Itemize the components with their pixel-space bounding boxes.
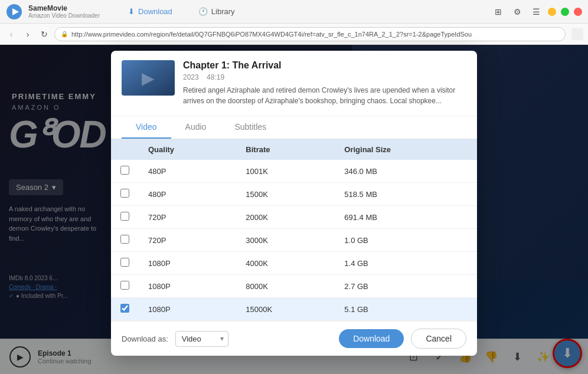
format-select-wrapper: Video Audio xyxy=(175,331,228,347)
download-nav-button[interactable]: ⬇ Download xyxy=(121,5,179,18)
table-row: 1080P 15000K 5.1 GB xyxy=(111,298,477,321)
bitrate-value: 8000K xyxy=(236,275,335,298)
tab-video[interactable]: Video xyxy=(122,116,171,139)
app-info: SameMovie Amazon Video Downloader xyxy=(28,4,100,19)
table-row: 720P 3000K 1.0 GB xyxy=(111,229,477,252)
row-checkbox-cell[interactable] xyxy=(111,252,139,275)
library-nav-label: Library xyxy=(211,7,235,16)
bitrate-value: 1001K xyxy=(236,160,335,183)
size-value: 346.0 MB xyxy=(335,160,477,183)
quality-checkbox[interactable] xyxy=(120,212,129,221)
bitrate-col-header: Bitrate xyxy=(236,139,335,160)
quality-table-container: Quality Bitrate Original Size 480P 1001K… xyxy=(111,139,477,321)
cancel-button[interactable]: Cancel xyxy=(411,329,466,349)
quality-value: 720P xyxy=(139,229,236,252)
bitrate-value: 2000K xyxy=(236,206,335,229)
episode-description: Retired angel Aziraphale and retired dem… xyxy=(183,85,466,106)
row-checkbox-cell[interactable] xyxy=(111,160,139,183)
quality-value: 1080P xyxy=(139,275,236,298)
library-nav-button[interactable]: 🕐 Library xyxy=(191,5,242,18)
modal-footer: Download as: Video Audio Download Cancel xyxy=(111,321,477,356)
episode-title: Chapter 1: The Arrival xyxy=(183,60,466,71)
row-checkbox-cell[interactable] xyxy=(111,298,139,321)
titlebar: SameMovie Amazon Video Downloader ⬇ Down… xyxy=(0,0,588,24)
thumbnail-image: ▶ xyxy=(122,60,175,96)
modal-overlay: ▶ Chapter 1: The Arrival 2023 48:19 Reti… xyxy=(0,45,588,374)
maximize-button[interactable] xyxy=(561,8,569,16)
address-bar: ‹ › ↻ 🔒 http://www.primevideo.com/region… xyxy=(0,24,588,45)
address-field[interactable]: 🔒 http://www.primevideo.com/region/fe/de… xyxy=(54,27,566,41)
quality-checkbox[interactable] xyxy=(120,166,129,175)
table-row: 480P 1500K 518.5 MB xyxy=(111,183,477,206)
table-row: 1080P 8000K 2.7 GB xyxy=(111,275,477,298)
bitrate-value: 15000K xyxy=(236,298,335,321)
clock-icon: 🕐 xyxy=(198,7,208,16)
quality-checkbox[interactable] xyxy=(120,189,129,198)
size-value: 518.5 MB xyxy=(335,183,477,206)
size-value: 2.7 GB xyxy=(335,275,477,298)
episode-meta: Chapter 1: The Arrival 2023 48:19 Retire… xyxy=(183,60,466,106)
table-body: 480P 1001K 346.0 MB 480P 1500K 518.5 MB … xyxy=(111,160,477,321)
tab-subtitles[interactable]: Subtitles xyxy=(220,116,280,139)
download-button[interactable]: Download xyxy=(339,329,404,348)
bitrate-value: 1500K xyxy=(236,183,335,206)
size-value: 691.4 MB xyxy=(335,206,477,229)
forward-button[interactable]: › xyxy=(21,28,34,41)
app-subtitle: Amazon Video Downloader xyxy=(28,12,100,19)
table-row: 720P 2000K 691.4 MB xyxy=(111,206,477,229)
episode-year: 2023 xyxy=(183,73,199,81)
grid-icon-btn[interactable]: ⊞ xyxy=(490,4,507,20)
row-checkbox-cell[interactable] xyxy=(111,275,139,298)
quality-value: 1080P xyxy=(139,298,236,321)
checkbox-col-header xyxy=(111,139,139,160)
size-col-header: Original Size xyxy=(335,139,477,160)
quality-value: 1080P xyxy=(139,252,236,275)
row-checkbox-cell[interactable] xyxy=(111,183,139,206)
quality-value: 480P xyxy=(139,183,236,206)
minimize-button[interactable] xyxy=(548,8,556,16)
extension-icon xyxy=(571,28,583,40)
url-text: http://www.primevideo.com/region/fe/deta… xyxy=(71,31,472,38)
tab-audio[interactable]: Audio xyxy=(171,116,221,139)
download-icon: ⬇ xyxy=(128,7,135,16)
row-checkbox-cell[interactable] xyxy=(111,206,139,229)
lock-icon: 🔒 xyxy=(61,31,68,37)
quality-table: Quality Bitrate Original Size 480P 1001K… xyxy=(111,139,477,321)
size-value: 1.0 GB xyxy=(335,229,477,252)
close-button[interactable] xyxy=(574,8,582,16)
format-select[interactable]: Video Audio xyxy=(175,331,228,347)
size-value: 5.1 GB xyxy=(335,298,477,321)
quality-value: 720P xyxy=(139,206,236,229)
episode-year-dur: 2023 48:19 xyxy=(183,73,466,81)
download-as-label: Download as: xyxy=(122,334,168,343)
modal-header: ▶ Chapter 1: The Arrival 2023 48:19 Reti… xyxy=(111,51,477,116)
menu-icon-btn[interactable]: ☰ xyxy=(528,4,544,20)
quality-checkbox[interactable] xyxy=(120,235,129,244)
quality-checkbox[interactable] xyxy=(120,304,129,313)
refresh-button[interactable]: ↻ xyxy=(38,28,51,41)
download-nav-label: Download xyxy=(138,7,172,16)
table-header: Quality Bitrate Original Size xyxy=(111,139,477,160)
table-row: 1080P 4000K 1.4 GB xyxy=(111,252,477,275)
size-value: 1.4 GB xyxy=(335,252,477,275)
modal-tabs: Video Audio Subtitles xyxy=(111,116,477,139)
download-modal: ▶ Chapter 1: The Arrival 2023 48:19 Reti… xyxy=(111,51,477,356)
quality-checkbox[interactable] xyxy=(120,281,129,290)
bitrate-value: 3000K xyxy=(236,229,335,252)
settings-icon-btn[interactable]: ⚙ xyxy=(509,4,525,20)
episode-duration: 48:19 xyxy=(207,73,224,81)
quality-col-header: Quality xyxy=(139,139,236,160)
row-checkbox-cell[interactable] xyxy=(111,229,139,252)
quality-value: 480P xyxy=(139,160,236,183)
bitrate-value: 4000K xyxy=(236,252,335,275)
table-row: 480P 1001K 346.0 MB xyxy=(111,160,477,183)
episode-thumbnail: ▶ xyxy=(122,60,175,96)
app-name: SameMovie xyxy=(28,4,100,12)
quality-checkbox[interactable] xyxy=(120,258,129,267)
window-controls: ⊞ ⚙ ☰ xyxy=(490,4,583,20)
app-logo xyxy=(5,2,24,21)
back-button[interactable]: ‹ xyxy=(5,28,18,41)
